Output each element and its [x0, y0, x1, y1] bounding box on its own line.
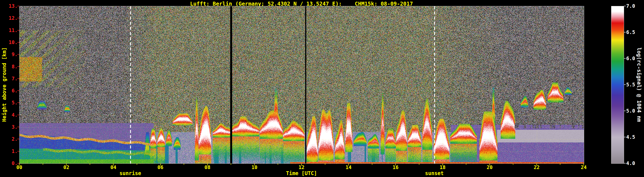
x-minor-tick [372, 163, 372, 165]
y-tick-label: 13. [6, 3, 18, 9]
colorbar-tick [624, 58, 626, 59]
x-tick-label: 08 [204, 164, 210, 170]
y-tick-label: 11. [6, 28, 18, 33]
y-tick [18, 18, 19, 18]
x-minor-tick [419, 163, 419, 165]
y-tick-label: 7. [6, 76, 18, 81]
x-tick-label: 10 [252, 164, 258, 170]
y-tick-label: 6. [6, 88, 18, 93]
x-minor-tick [513, 163, 513, 165]
x-minor-tick [90, 163, 90, 165]
y-tick [18, 90, 19, 91]
y-tick [18, 30, 19, 31]
x-tick-label: 24 [581, 164, 587, 170]
y-tick-label: 4. [6, 112, 18, 118]
y-tick [18, 127, 19, 127]
colorbar [611, 6, 624, 164]
x-minor-tick [184, 163, 184, 165]
sunset-label: sunset [425, 170, 444, 176]
x-minor-tick [231, 163, 231, 165]
heatmap-canvas [19, 6, 584, 164]
y-tick [18, 115, 19, 115]
x-tick-label: 22 [534, 164, 540, 170]
y-tick-label: 8. [6, 64, 18, 69]
x-tick-label: 04 [110, 164, 116, 170]
y-tick-label: 5. [6, 100, 18, 105]
x-tick-label: 20 [487, 164, 493, 170]
x-axis-label: Time [UTC] [286, 170, 317, 176]
y-tick [18, 102, 19, 103]
colorbar-tick [624, 137, 626, 137]
y-tick [18, 139, 19, 139]
colorbar-tick [624, 84, 626, 85]
y-tick-label: 0. [6, 160, 18, 166]
x-tick-label: 14 [346, 164, 352, 170]
colorbar-tick [624, 111, 626, 111]
y-tick [18, 151, 19, 151]
colorbar-tick [624, 32, 626, 33]
y-tick-label: 3. [6, 124, 18, 130]
y-tick [18, 78, 19, 79]
x-minor-tick [137, 163, 137, 165]
y-tick-label: 2. [6, 136, 18, 142]
x-tick-label: 02 [63, 164, 69, 170]
x-tick-label: 12 [298, 164, 304, 170]
colorbar-tick [624, 163, 626, 163]
x-tick-label: 18 [440, 164, 446, 170]
ceilometer-quicklook: Lufft: Berlin (Germany; 52.4302 N / 13.5… [0, 0, 644, 177]
x-minor-tick [560, 163, 560, 165]
y-tick-label: 12. [6, 15, 18, 21]
y-tick [18, 42, 19, 43]
x-minor-tick [43, 163, 43, 165]
x-tick-label: 00 [16, 164, 22, 170]
x-tick-label: 06 [158, 164, 164, 170]
y-tick-label: 9. [6, 52, 18, 57]
colorbar-tick [624, 6, 626, 6]
x-tick-label: 16 [392, 164, 398, 170]
sunrise-label: sunrise [120, 170, 141, 176]
y-tick [18, 54, 19, 55]
y-tick [18, 6, 19, 6]
colorbar-label: log(rc-signal) @ 1064 nm [635, 6, 642, 163]
x-minor-tick [325, 163, 325, 165]
x-minor-tick [466, 163, 466, 165]
y-tick-label: 10. [6, 40, 18, 45]
y-tick [18, 66, 19, 67]
y-tick-label: 1. [6, 148, 18, 154]
x-minor-tick [278, 163, 278, 165]
